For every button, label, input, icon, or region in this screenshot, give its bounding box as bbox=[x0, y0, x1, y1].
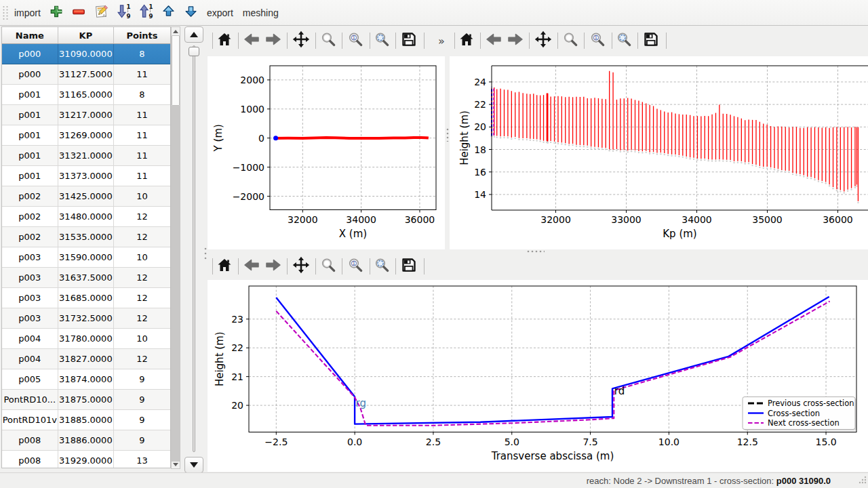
cell-kp[interactable]: 31827.0000 bbox=[58, 349, 115, 369]
cell-kp[interactable]: 31590.0000 bbox=[58, 247, 115, 268]
table-row[interactable]: p00331637.500012 bbox=[2, 268, 170, 288]
cell-name[interactable]: p002 bbox=[2, 227, 58, 247]
cell-points[interactable]: 11 bbox=[114, 105, 170, 125]
table-scrollbar[interactable] bbox=[171, 26, 180, 469]
cell-kp[interactable]: 31885.0000 bbox=[58, 410, 115, 430]
save-button[interactable] bbox=[401, 257, 417, 276]
table-row[interactable]: p00131321.000011 bbox=[2, 146, 170, 166]
menu-move-down-button[interactable] bbox=[180, 2, 202, 24]
cell-name[interactable]: p001 bbox=[2, 146, 58, 166]
cell-kp[interactable]: 31165.0000 bbox=[58, 85, 115, 105]
table-row[interactable]: p00031090.00008 bbox=[2, 44, 170, 64]
cell-points[interactable]: 12 bbox=[114, 268, 170, 288]
save-button[interactable] bbox=[401, 31, 417, 50]
table-row[interactable]: p00231480.000012 bbox=[2, 207, 170, 227]
cell-points[interactable]: 12 bbox=[114, 349, 170, 369]
zoom-one-button[interactable]: 1 bbox=[589, 31, 606, 50]
cell-kp[interactable]: 31637.5000 bbox=[58, 268, 115, 288]
table-row[interactable]: p00431780.000010 bbox=[2, 329, 170, 349]
scrollbar-thumb[interactable] bbox=[172, 35, 180, 106]
menu-edit-button[interactable] bbox=[90, 2, 113, 24]
back-button[interactable] bbox=[243, 257, 260, 276]
pan-button[interactable] bbox=[292, 256, 310, 277]
forward-button[interactable] bbox=[507, 31, 524, 50]
plots-vertical-splitter-handle[interactable] bbox=[445, 127, 450, 142]
zoom-one-button[interactable]: 1 bbox=[347, 257, 363, 276]
table-row[interactable]: p00131165.00008 bbox=[2, 85, 170, 105]
table-row[interactable]: p00431827.000012 bbox=[2, 349, 170, 369]
cell-kp[interactable]: 31127.5000 bbox=[58, 64, 115, 85]
back-button[interactable] bbox=[485, 31, 502, 50]
resize-grip-icon[interactable] bbox=[858, 474, 867, 487]
cell-kp[interactable]: 31425.0000 bbox=[58, 186, 115, 207]
table-row[interactable]: p00231425.000010 bbox=[2, 186, 170, 207]
cell-points[interactable]: 11 bbox=[114, 146, 170, 166]
forward-button[interactable] bbox=[264, 31, 282, 50]
cell-kp[interactable]: 31090.0000 bbox=[58, 44, 115, 64]
back-button[interactable] bbox=[243, 31, 260, 50]
cell-name[interactable]: p003 bbox=[2, 308, 58, 329]
cell-name[interactable]: p001 bbox=[2, 105, 58, 125]
cell-points[interactable]: 10 bbox=[114, 247, 170, 268]
menu-export[interactable]: export bbox=[202, 2, 238, 24]
cell-points[interactable]: 11 bbox=[114, 64, 170, 85]
cell-name[interactable]: p001 bbox=[2, 85, 58, 105]
cell-points[interactable]: 13 bbox=[114, 451, 170, 468]
zoom-one-button[interactable]: 1 bbox=[347, 31, 363, 50]
cell-name[interactable]: p003 bbox=[2, 268, 58, 288]
previous-section-button[interactable] bbox=[184, 26, 203, 43]
zoom-button[interactable] bbox=[320, 257, 336, 276]
cell-name[interactable]: p005 bbox=[2, 369, 58, 390]
cell-points[interactable]: 10 bbox=[114, 329, 170, 349]
cell-points[interactable]: 10 bbox=[114, 186, 170, 207]
column-header-name[interactable]: Name bbox=[2, 27, 58, 43]
next-section-button[interactable] bbox=[184, 457, 203, 473]
scrollbar-track[interactable] bbox=[172, 106, 180, 462]
cell-points[interactable]: 11 bbox=[114, 166, 170, 186]
table-row[interactable]: p00131373.000011 bbox=[2, 166, 170, 186]
cell-kp[interactable]: 31732.5000 bbox=[58, 308, 115, 329]
cell-name[interactable]: p008 bbox=[2, 451, 58, 468]
menu-add-button[interactable] bbox=[45, 2, 68, 24]
cell-name[interactable]: PontRD10... bbox=[2, 390, 58, 410]
table-row[interactable]: p00831929.000013 bbox=[2, 451, 170, 468]
menu-meshing[interactable]: meshing bbox=[238, 2, 283, 24]
cell-kp[interactable]: 31321.0000 bbox=[58, 146, 115, 166]
cell-kp[interactable]: 31535.0000 bbox=[58, 227, 115, 247]
cell-name[interactable]: p003 bbox=[2, 247, 58, 268]
table-row[interactable]: p00031127.500011 bbox=[2, 64, 170, 85]
cell-kp[interactable]: 31269.0000 bbox=[58, 125, 115, 146]
menu-sort-ascending-button[interactable]: 19 bbox=[135, 2, 157, 24]
pan-button[interactable] bbox=[534, 30, 552, 51]
cell-kp[interactable]: 31780.0000 bbox=[58, 329, 115, 349]
cell-kp[interactable]: 31373.0000 bbox=[58, 166, 115, 186]
table-row[interactable]: p00531874.00009 bbox=[2, 369, 170, 390]
menu-delete-button[interactable] bbox=[68, 2, 90, 24]
zoom-fit-button[interactable] bbox=[616, 31, 632, 50]
cell-points[interactable]: 12 bbox=[114, 227, 170, 247]
scrollbar-down-arrow[interactable] bbox=[172, 460, 180, 468]
cell-points[interactable]: 8 bbox=[114, 44, 170, 64]
table-row[interactable]: p00331732.500012 bbox=[2, 308, 170, 329]
table-row[interactable]: p00231535.000012 bbox=[2, 227, 170, 247]
cell-kp[interactable]: 31886.0000 bbox=[58, 430, 115, 451]
zoom-button[interactable] bbox=[562, 31, 578, 50]
cell-points[interactable]: 11 bbox=[114, 125, 170, 146]
section-slider-handle[interactable] bbox=[189, 47, 199, 56]
cell-name[interactable]: p003 bbox=[2, 288, 58, 308]
table-row[interactable]: p00131269.000011 bbox=[2, 125, 170, 146]
scrollbar-up-arrow[interactable] bbox=[172, 27, 180, 35]
cell-name[interactable]: p001 bbox=[2, 166, 58, 186]
cell-points[interactable]: 12 bbox=[114, 308, 170, 329]
menu-sort-descending-button[interactable]: 19 bbox=[113, 2, 135, 24]
long-profile-canvas[interactable]: 3200033000340003500036000141618202224Kp … bbox=[450, 56, 868, 249]
cell-name[interactable]: p000 bbox=[2, 44, 58, 64]
cell-kp[interactable]: 31875.0000 bbox=[58, 390, 115, 410]
toolbar-grip-icon[interactable] bbox=[1, 5, 9, 20]
cross-section-canvas[interactable]: rgrd−2.50.02.55.07.510.012.515.020212223… bbox=[208, 280, 868, 472]
home-button[interactable] bbox=[216, 31, 233, 50]
cell-points[interactable]: 9 bbox=[114, 430, 170, 451]
cell-name[interactable]: p001 bbox=[2, 125, 58, 146]
cell-points[interactable]: 9 bbox=[114, 410, 170, 430]
cell-kp[interactable]: 31929.0000 bbox=[58, 451, 115, 468]
